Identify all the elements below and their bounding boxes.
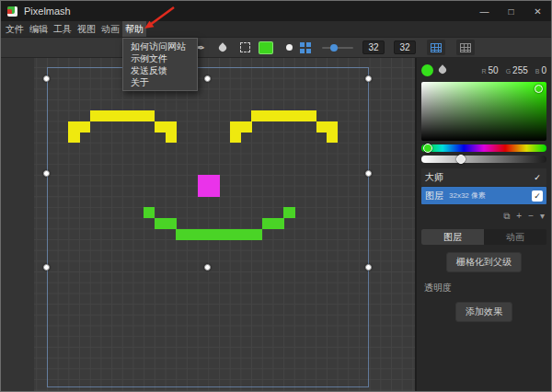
workspace: R50 G255 B0 大师 ✓ 图层 [1, 58, 551, 391]
sv-indicator[interactable] [535, 85, 543, 93]
maximize-button[interactable]: □ [498, 1, 524, 21]
layers-list: 大师 ✓ 图层 32x32 像素 ✓ [421, 168, 546, 205]
slider-track [322, 47, 353, 49]
slider-thumb[interactable] [330, 44, 338, 52]
transform-grid-icon[interactable] [300, 42, 311, 53]
height-input[interactable]: 32 [394, 40, 416, 54]
menu-tools[interactable]: 工具 [51, 21, 75, 37]
menu-animation[interactable]: 动画 [98, 21, 122, 37]
close-button[interactable]: ✕ [524, 1, 551, 21]
side-panel: R50 G255 B0 大师 ✓ 图层 [415, 58, 551, 391]
menu-item-visit-website[interactable]: 如何访问网站 [123, 40, 197, 52]
blue-value: 0 [541, 65, 546, 75]
layer-row-selected[interactable]: 图层 32x32 像素 ✓ [421, 187, 546, 204]
green-value: 255 [512, 65, 528, 75]
menu-edit[interactable]: 编辑 [27, 21, 51, 37]
layer-visibility-checkbox[interactable]: ✓ [532, 190, 543, 202]
layer-name: 大师 [425, 171, 443, 184]
duplicate-layer-button[interactable]: ⧉ [503, 209, 510, 224]
layer-menu-button[interactable]: ▾ [540, 209, 545, 224]
selection-handle[interactable] [365, 170, 372, 177]
rasterize-to-parent-button[interactable]: 栅格化到父级 [446, 252, 522, 272]
panel-tabs: 图层 动画 [421, 229, 546, 245]
value-label: R [481, 68, 486, 75]
help-dropdown-menu: 如何访问网站 示例文件 发送反馈 关于 [122, 38, 198, 91]
color-swatch[interactable] [259, 41, 273, 54]
brush-size-dot-icon [286, 44, 293, 51]
titlebar: Pixelmash — □ ✕ [1, 1, 551, 21]
selection-handle[interactable] [43, 264, 50, 271]
eyedropper-tool-button[interactable] [214, 40, 231, 56]
grid-off-icon [460, 43, 471, 52]
layer-visibility-checkbox[interactable]: ✓ [532, 172, 543, 183]
selection-handle[interactable] [204, 264, 211, 271]
window-controls: — □ ✕ [471, 1, 551, 21]
canvas-pane [1, 58, 415, 391]
lightness-slider[interactable] [421, 156, 546, 163]
lightness-indicator[interactable] [456, 155, 466, 164]
remove-layer-button[interactable]: − [528, 209, 534, 224]
menubar: 文件 编辑 工具 视图 动画 帮助 [1, 21, 551, 38]
value-label: G [506, 68, 511, 75]
grid-icon [431, 43, 442, 52]
selection-handle[interactable] [43, 75, 50, 82]
layer-info: 32x32 像素 [449, 190, 486, 201]
pixelmash-window: Pixelmash — □ ✕ 文件 编辑 工具 视图 动画 帮助 ✎ ✒ 32… [0, 0, 552, 392]
width-input[interactable]: 32 [362, 40, 385, 54]
red-value: 50 [489, 65, 499, 75]
pixel-canvas[interactable] [34, 58, 415, 392]
menu-file[interactable]: 文件 [3, 21, 27, 37]
layer-name: 图层 [425, 190, 443, 202]
menu-item-example-files[interactable]: 示例文件 [123, 52, 197, 64]
window-title: Pixelmash [24, 6, 71, 17]
opacity-label: 透明度 [421, 282, 546, 294]
menu-help[interactable]: 帮助 [122, 21, 146, 37]
tab-animation[interactable]: 动画 [484, 229, 546, 245]
app-icon [7, 6, 17, 17]
current-color-circle[interactable] [421, 64, 433, 76]
tab-layers[interactable]: 图层 [421, 229, 484, 245]
menu-item-send-feedback[interactable]: 发送反馈 [123, 64, 197, 76]
saturation-value-picker[interactable] [421, 82, 546, 141]
selection-handle[interactable] [365, 264, 372, 271]
color-values: R50 G255 B0 [481, 65, 546, 75]
minimize-button[interactable]: — [471, 1, 498, 21]
selection-handle[interactable] [365, 75, 372, 82]
layer-actions: ⧉ + − ▾ [421, 209, 546, 224]
hue-indicator[interactable] [423, 144, 432, 153]
color-row: R50 G255 B0 [421, 62, 546, 78]
marquee-icon [240, 42, 250, 52]
toolbar: ✎ ✒ 32 32 [1, 38, 551, 58]
eyedropper-icon [217, 42, 227, 52]
menu-item-about[interactable]: 关于 [123, 76, 197, 88]
marquee-tool-button[interactable] [236, 40, 253, 56]
pixel-grid-button[interactable] [456, 40, 475, 55]
value-label: B [535, 68, 540, 75]
selection-handle[interactable] [43, 170, 50, 177]
add-layer-button[interactable]: + [516, 209, 522, 224]
hue-slider[interactable] [421, 144, 546, 152]
selection-handle[interactable] [204, 75, 211, 82]
layer-row-master[interactable]: 大师 ✓ [421, 168, 546, 186]
grid-toggle-button[interactable] [427, 40, 445, 55]
menu-view[interactable]: 视图 [75, 21, 98, 37]
add-effect-button[interactable]: 添加效果 [455, 302, 512, 322]
size-slider[interactable] [322, 41, 353, 54]
selection-handles [34, 58, 415, 392]
panel-eyedropper-icon[interactable] [437, 64, 447, 75]
